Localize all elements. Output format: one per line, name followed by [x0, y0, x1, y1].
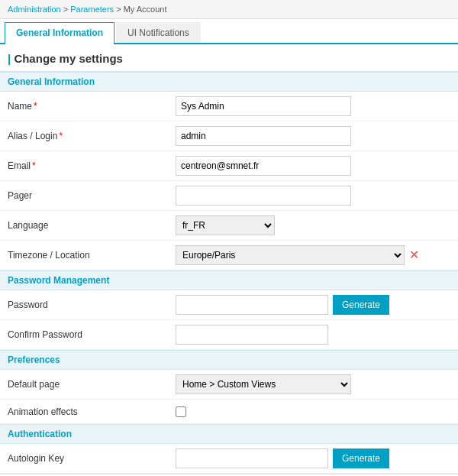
generate-autologin-button[interactable]: Generate: [333, 448, 389, 468]
control-timezone: Europe/Paris UTC America/New_York ✕: [176, 245, 450, 265]
field-row-animation: Animation effects: [0, 400, 458, 424]
select-timezone[interactable]: Europe/Paris UTC America/New_York: [176, 245, 405, 265]
section-header-authentication: Authentication: [0, 424, 458, 444]
control-animation: [176, 406, 450, 417]
control-pager: [176, 186, 450, 206]
control-alias: [176, 126, 450, 146]
tab-general-information[interactable]: General Information: [5, 22, 114, 44]
required-star-alias: *: [59, 131, 63, 141]
field-row-default-page: Default page Home > Custom Views Home > …: [0, 370, 458, 400]
breadcrumb-current: My Account: [124, 5, 167, 14]
breadcrumb-parameters[interactable]: Parameters: [70, 5, 114, 14]
breadcrumb-admin[interactable]: Administration: [8, 5, 61, 14]
label-confirm-password: Confirm Password: [8, 329, 176, 340]
input-name[interactable]: [176, 96, 351, 116]
label-autologin: Autologin Key: [8, 453, 176, 464]
field-row-language: Language fr_FR en_EN de_DE: [0, 211, 458, 241]
field-row-password: Password Generate: [0, 290, 458, 320]
label-alias: Alias / Login*: [8, 131, 176, 141]
generate-password-button[interactable]: Generate: [333, 295, 389, 315]
label-default-page: Default page: [8, 379, 176, 390]
label-pager: Pager: [8, 190, 176, 201]
input-password[interactable]: [176, 295, 328, 315]
tab-ui-notifications[interactable]: UI Notifications: [116, 22, 201, 43]
field-row-autologin: Autologin Key Generate: [0, 444, 458, 474]
section-header-general: General Information: [0, 72, 458, 92]
label-timezone: Timezone / Location: [8, 250, 176, 261]
required-star-email: *: [32, 160, 36, 171]
label-email: Email*: [8, 160, 176, 171]
control-password: Generate: [176, 295, 450, 315]
input-autologin-key[interactable]: [176, 448, 328, 468]
field-row-email: Email*: [0, 151, 458, 181]
control-language: fr_FR en_EN de_DE: [176, 215, 450, 235]
control-name: [176, 96, 450, 116]
field-row-name: Name*: [0, 92, 458, 121]
select-default-page[interactable]: Home > Custom Views Home > Dashboard: [176, 374, 351, 394]
label-language: Language: [8, 220, 176, 231]
control-default-page: Home > Custom Views Home > Dashboard: [176, 374, 450, 394]
section-header-password: Password Management: [0, 270, 458, 290]
preferences-section: Preferences Default page Home > Custom V…: [0, 350, 458, 424]
field-row-timezone: Timezone / Location Europe/Paris UTC Ame…: [0, 241, 458, 270]
field-row-pager: Pager: [0, 181, 458, 211]
control-email: [176, 156, 450, 176]
label-animation: Animation effects: [8, 406, 176, 417]
label-password: Password: [8, 300, 176, 310]
control-autologin: Generate: [176, 448, 450, 468]
input-email[interactable]: [176, 156, 351, 176]
section-header-preferences: Preferences: [0, 350, 458, 370]
general-information-section: General Information Name* Alias / Login*…: [0, 72, 458, 270]
input-pager[interactable]: [176, 186, 351, 206]
tab-bar: General Information UI Notifications: [0, 19, 458, 44]
clear-timezone-icon[interactable]: ✕: [409, 249, 419, 261]
control-confirm-password: [176, 325, 450, 345]
authentication-section: Authentication Autologin Key Generate: [0, 424, 458, 474]
label-name: Name*: [8, 101, 176, 112]
page-title: Change my settings: [0, 44, 458, 72]
required-star-name: *: [34, 101, 37, 112]
password-management-section: Password Management Password Generate Co…: [0, 270, 458, 350]
field-row-confirm-password: Confirm Password: [0, 320, 458, 350]
select-language[interactable]: fr_FR en_EN de_DE: [176, 215, 275, 235]
breadcrumb: Administration > Parameters > My Account: [0, 0, 458, 19]
input-alias[interactable]: [176, 126, 351, 146]
input-confirm-password[interactable]: [176, 325, 328, 345]
field-row-alias: Alias / Login*: [0, 121, 458, 151]
checkbox-animation[interactable]: [176, 406, 186, 417]
